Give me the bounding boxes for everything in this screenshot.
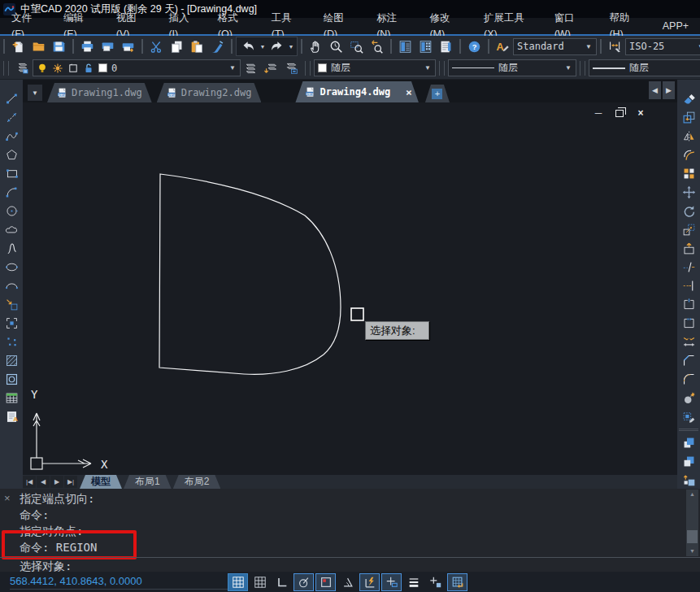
layer-properties-button[interactable] (12, 59, 33, 77)
circle-button[interactable] (0, 202, 23, 220)
toolbar-grip[interactable] (390, 39, 392, 54)
offset-button[interactable] (677, 146, 700, 164)
erase-button[interactable] (677, 89, 700, 108)
redo-dropdown[interactable]: ▼ (287, 44, 295, 50)
object-snap-tracking-button[interactable] (381, 573, 402, 591)
toolbar-grip[interactable] (72, 39, 74, 54)
spline-button[interactable] (0, 239, 23, 258)
scrollbar-track[interactable] (686, 499, 698, 546)
polyline-button[interactable] (0, 127, 23, 146)
sheet-set-button[interactable] (436, 37, 456, 55)
layer-select[interactable]: 0 ▼ (33, 59, 241, 76)
zoom-realtime-button[interactable] (326, 37, 346, 55)
dim-style-button[interactable] (605, 37, 625, 55)
grid-toggle-button[interactable] (250, 573, 270, 591)
copy-clip-button[interactable] (167, 37, 187, 55)
toolbar-grip[interactable] (488, 39, 489, 54)
last-layout-button[interactable]: ▶| (64, 476, 77, 488)
next-layout-button[interactable]: ▶ (50, 476, 63, 488)
tab-scroll-left-button[interactable]: ◀ (649, 81, 661, 99)
layer-plot-icon[interactable] (67, 63, 79, 74)
save-button[interactable] (49, 37, 69, 55)
toolbar-grip[interactable] (600, 39, 602, 54)
cut-button[interactable] (146, 37, 167, 55)
command-window[interactable]: × 指定端点切向: 命令: 指定对角点: 命令: REGION 选择对象: ▲ … (0, 489, 700, 572)
bring-to-front-button[interactable] (677, 433, 700, 452)
copy-object-button[interactable] (677, 108, 700, 127)
doc-tab-drawing4-active[interactable]: Drawing4.dwg × (295, 81, 419, 102)
toolbar-grip[interactable] (459, 39, 461, 54)
make-current-layer-button[interactable] (241, 59, 261, 77)
toolbar-grip[interactable] (580, 61, 585, 76)
menu-app-plus[interactable]: APP+ (651, 18, 700, 34)
pan-button[interactable] (306, 37, 326, 55)
layer-unlock-icon[interactable] (83, 63, 94, 74)
lineweight-toggle-button[interactable] (403, 573, 424, 591)
print-preview-button[interactable] (98, 37, 118, 55)
rotate-button[interactable] (677, 202, 700, 220)
polar-tracking-button[interactable] (293, 573, 314, 591)
edit-block-button[interactable] (677, 407, 700, 426)
make-block-button[interactable] (0, 314, 23, 333)
chamfer-button[interactable] (677, 351, 700, 370)
redo-button[interactable] (267, 37, 287, 55)
insert-block-button[interactable] (0, 295, 23, 314)
construction-line-button[interactable] (0, 108, 23, 127)
toolbar-grip[interactable] (141, 39, 143, 54)
lineweight-select[interactable]: 随层 (589, 59, 700, 76)
ellipse-arc-button[interactable] (0, 276, 23, 295)
model-paper-toggle-button[interactable] (447, 573, 467, 591)
new-file-button[interactable] (8, 37, 28, 55)
layer-states-button[interactable] (281, 59, 302, 77)
trim-button[interactable] (677, 258, 700, 276)
help-button[interactable] (464, 37, 485, 55)
mirror-button[interactable] (677, 127, 700, 146)
tab-model[interactable]: 模型 (80, 475, 122, 489)
match-properties-button[interactable] (207, 37, 228, 55)
layer-on-bulb-icon[interactable] (37, 63, 48, 74)
scale-button[interactable] (677, 220, 700, 239)
paste-button[interactable] (187, 37, 207, 55)
ortho-toggle-button[interactable] (272, 573, 292, 591)
command-scrollbar[interactable]: ▲ ▼ (686, 490, 698, 556)
scrollbar-thumb[interactable] (687, 530, 698, 543)
toolbar-grip[interactable] (3, 61, 9, 76)
stretch-button[interactable] (677, 239, 700, 258)
scroll-up-icon[interactable]: ▲ (689, 490, 695, 499)
tab-scroll-right-button[interactable]: ▶ (663, 81, 675, 99)
annotation-scale-button[interactable] (425, 573, 446, 591)
plot-button[interactable] (118, 37, 138, 55)
restore-window-icon[interactable] (615, 110, 624, 117)
revision-cloud-button[interactable] (0, 220, 23, 239)
command-window-close-icon[interactable]: × (4, 492, 11, 504)
fillet-button[interactable] (677, 370, 700, 389)
drawing-canvas[interactable]: ─ × Y X 选择对象: (23, 102, 677, 475)
break-button[interactable] (677, 314, 700, 333)
bring-above-objects-button[interactable] (677, 471, 700, 490)
toolbar-grip[interactable] (305, 61, 311, 76)
doc-tab-drawing1[interactable]: Drawing1.dwg (47, 83, 152, 102)
print-button[interactable] (77, 37, 98, 55)
properties-palette-button[interactable] (395, 37, 415, 55)
toolbar-grip[interactable] (301, 39, 302, 54)
text-style-button[interactable] (493, 37, 513, 55)
array-button[interactable] (677, 164, 700, 183)
toolbar-grip[interactable] (231, 39, 233, 54)
linetype-select[interactable]: 随层 ▼ (448, 59, 576, 76)
toolbar-grip[interactable] (439, 61, 445, 76)
tab-list-dropdown[interactable]: ▼ (28, 85, 42, 101)
ellipse-button[interactable] (0, 258, 23, 276)
zoom-previous-button[interactable] (367, 37, 387, 55)
dim-style-select[interactable]: ISO-25 ▼ (625, 38, 700, 55)
polygon-button[interactable] (0, 146, 23, 164)
undo-dropdown[interactable]: ▼ (259, 44, 267, 50)
zoom-window-button[interactable] (346, 37, 367, 55)
minimize-window-icon[interactable]: ─ (593, 107, 604, 119)
dynamic-input-button[interactable] (359, 573, 380, 591)
angle-snap-button[interactable] (337, 573, 358, 591)
tab-layout1[interactable]: 布局1 (124, 475, 172, 489)
join-button[interactable] (677, 333, 700, 351)
snap-toggle-button[interactable] (228, 573, 248, 591)
move-button[interactable] (677, 183, 700, 202)
scroll-down-icon[interactable]: ▼ (689, 546, 695, 556)
